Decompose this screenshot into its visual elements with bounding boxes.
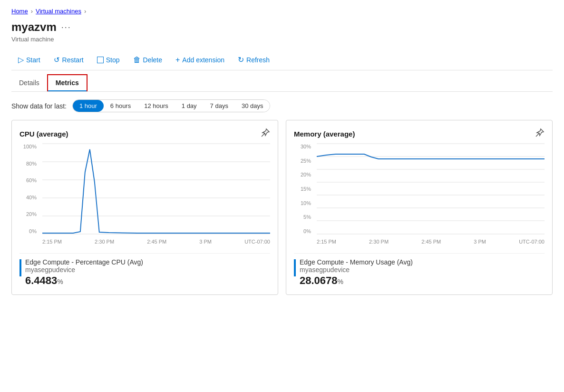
page-container: Home › Virtual machines › myazvm ··· Vir…: [0, 0, 564, 303]
start-label: Start: [26, 56, 40, 64]
delete-button[interactable]: 🗑 Delete: [126, 54, 169, 66]
memory-pin-button[interactable]: [535, 128, 545, 140]
add-extension-label: Add extension: [182, 56, 224, 64]
refresh-button[interactable]: ↻ Refresh: [231, 53, 276, 66]
charts-grid: CPU (average) 100% 80% 60% 40% 20% 0%: [11, 120, 553, 295]
memory-x-labels: 2:15 PM 2:30 PM 2:45 PM 3 PM UTC-07:00: [317, 235, 545, 248]
cpu-chart-plot: [42, 144, 270, 234]
svg-line-0: [262, 133, 265, 137]
cpu-unit: %: [57, 278, 63, 285]
delete-icon: 🗑: [133, 56, 141, 64]
toolbar: ▷ Start ↺ Restart Stop 🗑 Delete + Add ex…: [11, 49, 553, 70]
memory-y-5: 5%: [303, 214, 311, 220]
memory-x-utc: UTC-07:00: [519, 239, 545, 245]
breadcrumb-sep1: ›: [31, 8, 33, 15]
cpu-x-230: 2:30 PM: [95, 239, 114, 245]
time-pill-30d[interactable]: 30 days: [235, 100, 270, 112]
delete-label: Delete: [143, 56, 162, 64]
cpu-legend-sub: myasegpudevice: [25, 266, 143, 274]
memory-unit: %: [338, 278, 343, 285]
memory-y-25: 25%: [301, 158, 311, 164]
tab-details[interactable]: Details: [11, 74, 47, 91]
restart-icon: ↺: [54, 56, 60, 64]
add-icon: +: [175, 56, 180, 64]
cpu-y-60: 60%: [26, 177, 37, 183]
cpu-legend-info: Edge Compute - Percentage CPU (Avg) myas…: [25, 258, 143, 287]
cpu-chart-card: CPU (average) 100% 80% 60% 40% 20% 0%: [11, 120, 278, 295]
cpu-chart-title: CPU (average): [19, 130, 68, 138]
cpu-y-labels: 100% 80% 60% 40% 20% 0%: [19, 144, 39, 234]
restart-button[interactable]: ↺ Restart: [47, 54, 90, 66]
memory-legend-info: Edge Compute - Memory Usage (Avg) myaseg…: [300, 258, 413, 287]
cpu-y-40: 40%: [26, 195, 37, 200]
memory-y-30: 30%: [301, 144, 311, 149]
add-extension-button[interactable]: + Add extension: [169, 54, 231, 66]
start-button[interactable]: ▷ Start: [11, 53, 47, 66]
memory-y-15: 15%: [301, 186, 311, 192]
breadcrumb-home[interactable]: Home: [11, 8, 28, 15]
memory-x-215: 2:15 PM: [317, 239, 336, 245]
time-filter-label: Show data for last:: [11, 102, 67, 110]
memory-legend-name: Edge Compute - Memory Usage (Avg): [300, 258, 413, 266]
cpu-pin-button[interactable]: [261, 128, 270, 140]
pin-icon: [261, 128, 270, 137]
memory-y-20: 20%: [301, 172, 311, 177]
time-pill-1h[interactable]: 1 hour: [73, 100, 104, 112]
cpu-y-100: 100%: [23, 144, 37, 149]
cpu-legend-name: Edge Compute - Percentage CPU (Avg): [25, 258, 143, 266]
memory-y-0: 0%: [303, 228, 311, 234]
memory-chart-card: Memory (average) 30% 25% 20% 15% 10% 5%: [286, 120, 553, 295]
time-pill-1d[interactable]: 1 day: [175, 100, 204, 112]
breadcrumb-sep2: ›: [84, 8, 86, 15]
memory-x-245: 2:45 PM: [421, 239, 441, 245]
memory-chart-svg: [317, 144, 545, 234]
cpu-legend-bar: [19, 259, 21, 276]
stop-button[interactable]: Stop: [90, 54, 126, 66]
cpu-legend: Edge Compute - Percentage CPU (Avg) myas…: [19, 253, 270, 287]
memory-x-3pm: 3 PM: [474, 239, 486, 245]
time-pill-7d[interactable]: 7 days: [204, 100, 235, 112]
cpu-x-245: 2:45 PM: [147, 239, 166, 245]
memory-legend-bar: [294, 259, 296, 276]
memory-chart-title: Memory (average): [294, 130, 355, 138]
title-row: myazvm ···: [11, 20, 553, 34]
cpu-chart-area: 100% 80% 60% 40% 20% 0%: [19, 144, 270, 248]
memory-x-230: 2:30 PM: [369, 239, 389, 245]
svg-line-7: [536, 133, 539, 137]
stop-label: Stop: [106, 56, 120, 64]
time-pills: 1 hour 6 hours 12 hours 1 day 7 days 30 …: [72, 99, 271, 112]
memory-pin-icon: [535, 128, 545, 137]
cpu-legend-value: 6.4483%: [25, 274, 143, 287]
cpu-y-20: 20%: [26, 211, 37, 217]
start-icon: ▷: [18, 55, 24, 64]
refresh-icon: ↻: [238, 55, 244, 64]
cpu-x-3pm: 3 PM: [199, 239, 212, 245]
cpu-chart-svg: [42, 144, 270, 234]
refresh-label: Refresh: [246, 56, 270, 64]
cpu-y-0: 0%: [29, 228, 37, 234]
memory-legend-value: 28.0678%: [300, 274, 413, 287]
page-title: myazvm: [11, 20, 57, 34]
tab-metrics[interactable]: Metrics: [47, 74, 88, 91]
page-subtitle: Virtual machine: [11, 36, 553, 43]
memory-chart-area: 30% 25% 20% 15% 10% 5% 0%: [294, 144, 545, 248]
cpu-y-80: 80%: [26, 161, 37, 167]
tabs: Details Metrics: [11, 70, 553, 92]
memory-y-10: 10%: [301, 200, 311, 206]
memory-legend-sub: myasegpudevice: [300, 266, 413, 274]
breadcrumb: Home › Virtual machines ›: [11, 8, 553, 15]
more-options-button[interactable]: ···: [61, 22, 71, 32]
restart-label: Restart: [62, 56, 84, 64]
time-pill-6h[interactable]: 6 hours: [104, 100, 137, 112]
stop-icon: [97, 57, 104, 63]
memory-chart-plot: [317, 144, 545, 234]
time-pill-12h[interactable]: 12 hours: [137, 100, 175, 112]
breadcrumb-vms[interactable]: Virtual machines: [36, 8, 81, 15]
cpu-x-labels: 2:15 PM 2:30 PM 2:45 PM 3 PM UTC-07:00: [42, 235, 270, 248]
cpu-x-215: 2:15 PM: [42, 239, 62, 245]
memory-legend: Edge Compute - Memory Usage (Avg) myaseg…: [294, 253, 545, 287]
cpu-x-utc: UTC-07:00: [244, 239, 270, 245]
memory-chart-header: Memory (average): [294, 128, 545, 140]
memory-y-labels: 30% 25% 20% 15% 10% 5% 0%: [294, 144, 314, 234]
time-filter-row: Show data for last: 1 hour 6 hours 12 ho…: [11, 99, 553, 112]
